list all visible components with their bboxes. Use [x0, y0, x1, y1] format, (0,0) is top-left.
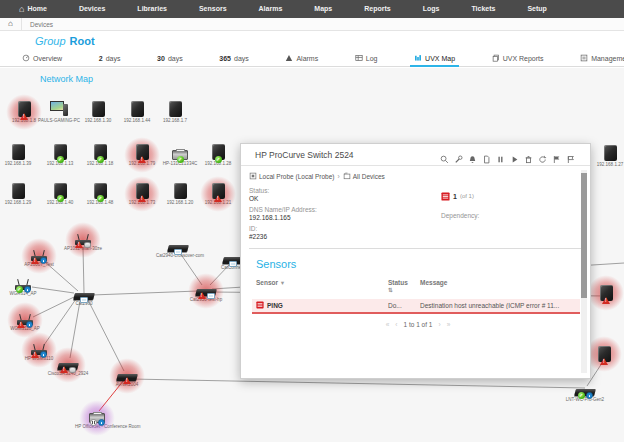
pause-icon[interactable] — [496, 150, 505, 168]
tab-365days[interactable]: 365days — [215, 50, 252, 66]
nav-item-setup[interactable]: Setup — [511, 0, 562, 18]
map-device-192-168-1-39[interactable]: 192.168.1.39 — [0, 140, 40, 167]
page-first-button[interactable]: « — [386, 321, 390, 328]
map-device-192-168-1-18[interactable]: ✓192.168.1.18 — [78, 140, 122, 167]
flag-filled-icon[interactable] — [552, 150, 561, 168]
popup-title[interactable]: HP ProCurve Switch 2524 — [255, 150, 354, 160]
pagination: « ‹ 1 to 1 of 1 › » — [256, 321, 580, 328]
group-type-label: Group — [35, 35, 66, 47]
tab-2days[interactable]: 2days — [95, 50, 125, 66]
map-device-192-168-1-13[interactable]: ✓192.168.1.13 — [38, 140, 82, 167]
tab-30days[interactable]: 30days — [153, 50, 187, 66]
disk-badge-icon — [84, 242, 91, 248]
scrollbar-thumb[interactable] — [581, 173, 587, 298]
map-device-wgm3110-ap[interactable]: WGM3110_AP — [3, 305, 47, 332]
map-device-192-168-1-30[interactable]: 192.168.1.30 — [76, 97, 120, 124]
ok-badge-icon: ✓ — [215, 156, 222, 163]
map-device-avnet2004[interactable]: AVNet2004 — [105, 361, 149, 388]
map-device-ciscosrs240-2924[interactable]: CiscoSRS240_2924 — [46, 350, 90, 377]
nav-item-label: Maps — [314, 0, 332, 18]
server-icon — [169, 101, 182, 117]
map-device-cat2960[interactable]: Cat2960 — [62, 280, 106, 307]
network-map: Network Map 192.168.1.8PAULS-GAMING-PC19… — [0, 68, 624, 442]
nav-item-logs[interactable]: Logs — [407, 0, 456, 18]
nav-item-tickets[interactable]: Tickets — [455, 0, 511, 18]
warning-triangle-icon — [123, 377, 131, 384]
nav-item-reports[interactable]: Reports — [348, 0, 406, 18]
breadcrumb-probe[interactable]: Local Probe (Local Probe) — [259, 173, 335, 180]
popup-toolbar — [440, 150, 575, 168]
tab-label: days — [168, 55, 183, 62]
search-icon[interactable] — [440, 150, 449, 168]
tab-uvx-reports[interactable]: UVX Reports — [488, 50, 548, 66]
breadcrumb-item-devices[interactable]: Devices — [22, 21, 53, 28]
nav-item-libraries[interactable]: Libraries — [121, 0, 183, 18]
map-device-lnt-wc-pro-gen2[interactable]: ✓LNT-WC-Pro-Gen2 — [563, 376, 607, 403]
nav-item-label: Reports — [364, 0, 390, 18]
map-device-192-168-1-29[interactable]: 192.168.1.29 — [0, 179, 40, 206]
map-device-hp-officejet-conference-room[interactable]: HP OfficeJet - Conference Room — [75, 403, 119, 430]
bell-icon[interactable] — [468, 150, 477, 168]
trash-icon[interactable] — [524, 150, 533, 168]
probe-icon — [249, 172, 257, 181]
group-name[interactable]: Root — [70, 35, 95, 47]
divider — [249, 248, 582, 249]
page-prev-button[interactable]: ‹ — [395, 321, 397, 328]
nav-item-label: Tickets — [471, 0, 495, 18]
tab-management[interactable]: Management — [576, 50, 624, 66]
tab-label: Log — [366, 55, 378, 62]
column-status[interactable]: Status ⇅ — [388, 279, 420, 293]
nav-item-label: Libraries — [137, 0, 167, 18]
map-device-cat2940-crossover-com[interactable]: Cat2940-crossover-com — [156, 232, 200, 259]
nav-item-sensors[interactable]: Sensors — [183, 0, 243, 18]
tab-alarms[interactable]: Alarms — [281, 50, 322, 66]
map-device-192-168-1-48[interactable]: ✓192.168.1.48 — [78, 179, 122, 206]
breadcrumb-group[interactable]: All Devices — [353, 173, 385, 180]
tab-uvx-map[interactable]: UVX Map — [410, 50, 459, 66]
map-device-192-168-1-27[interactable]: 192.168.1.27 — [588, 141, 624, 168]
sensor-name[interactable]: PING — [267, 302, 283, 309]
tab-number: 365 — [219, 55, 231, 62]
flag-outline-icon[interactable] — [566, 150, 575, 168]
map-icon — [414, 54, 422, 63]
play-icon[interactable] — [510, 150, 519, 168]
document-icon[interactable] — [482, 150, 491, 168]
nav-item-label: Home — [27, 0, 46, 18]
popup-scrollbar[interactable] — [581, 170, 587, 373]
page-next-button[interactable]: › — [438, 321, 440, 328]
map-device-192-168-1-21[interactable]: 192.168.1.21 — [196, 179, 240, 206]
monitor-badge-icon — [80, 297, 88, 303]
tab-label: Overview — [33, 55, 62, 62]
map-device-ap2000t-test[interactable]: AP2000T_Test — [17, 241, 61, 268]
column-sensor[interactable]: Sensor ▼ — [256, 279, 388, 293]
map-device-cat2950-test-hp[interactable]: Cat2950-test-hp — [184, 276, 228, 303]
nav-item-label: Sensors — [199, 0, 227, 18]
refresh-icon[interactable] — [538, 150, 547, 168]
nav-item-maps[interactable]: Maps — [298, 0, 348, 18]
device-popup: HP ProCurve Switch 2524 Local Probe (Loc… — [240, 143, 591, 379]
map-device-192-168-1-7[interactable]: 192.168.1.7 — [153, 97, 197, 124]
disk-badge-icon — [69, 367, 76, 373]
map-device-wgr614-ap[interactable]: ✓WGR614_AP — [1, 270, 45, 297]
nav-item-alarms[interactable]: Alarms — [243, 0, 299, 18]
column-message[interactable]: Message — [420, 279, 580, 293]
warning-triangle-icon — [138, 195, 146, 202]
map-device-192-168-1-28[interactable]: ✓192.168.1.28 — [196, 140, 240, 167]
wrench-icon[interactable] — [454, 150, 463, 168]
home-icon[interactable]: ⌂ — [0, 18, 22, 30]
map-device-ap1032-wlan-30ze[interactable]: AP1032-wlan-30ze — [61, 225, 105, 252]
tab-overview[interactable]: Overview — [18, 50, 66, 66]
monitor-badge-icon — [174, 249, 182, 255]
sensor-row-ping[interactable]: PING Do... Destination host unreachable … — [252, 299, 580, 314]
warning-triangle-icon — [602, 297, 610, 304]
ok-badge-icon: ✓ — [578, 392, 585, 399]
tab-log[interactable]: Log — [351, 50, 382, 66]
nav-item-devices[interactable]: Devices — [63, 0, 121, 18]
map-device-192-168-1-40[interactable]: ✓192.168.1.40 — [38, 179, 82, 206]
map-device-pauls-gaming-pc[interactable]: PAULS-GAMING-PC — [37, 97, 81, 124]
tab-label: Management — [591, 55, 624, 62]
page-last-button[interactable]: » — [447, 321, 451, 328]
sensor-count-value: 1 — [453, 193, 457, 200]
nav-item-home[interactable]: ⌂Home — [3, 0, 63, 18]
sensor-count[interactable]: 1 (of 1) — [441, 187, 590, 205]
